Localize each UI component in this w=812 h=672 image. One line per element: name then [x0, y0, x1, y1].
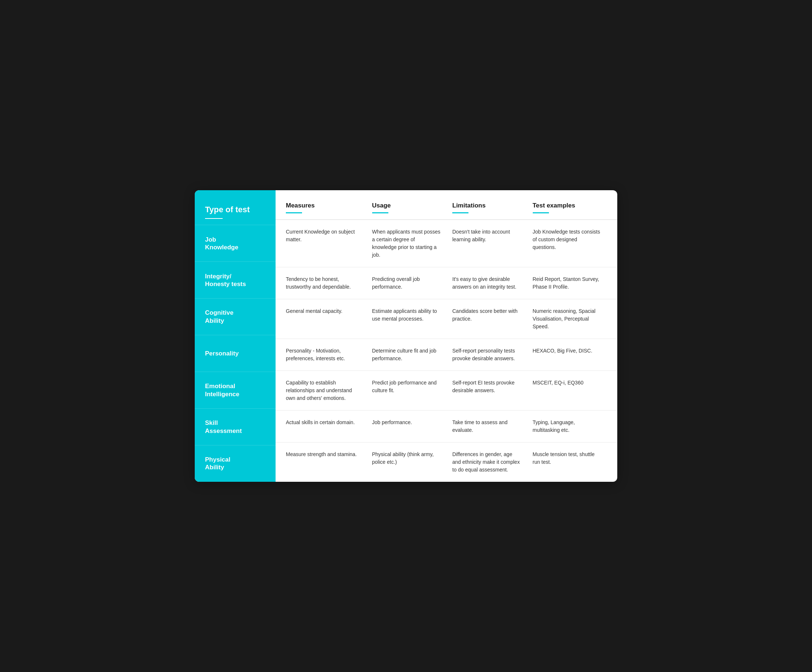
cell-1-examples: Reid Report, Stanton Survey, Phase II Pr… [527, 267, 607, 299]
header-underline-0 [286, 212, 302, 213]
cell-4-limitations: Self-report EI tests provoke desirable a… [447, 371, 527, 410]
header-cell-3: Test examples [527, 190, 607, 219]
cell-1-usage: Predicting overall job performance. [366, 267, 447, 299]
sidebar-row-label-3: Personality [205, 350, 239, 357]
header-underline-1 [372, 212, 388, 213]
header-title-0: Measures [286, 202, 360, 209]
sidebar-row-label-5: Skill Assessment [205, 419, 242, 435]
sidebar: Type of test Job KnowledgeIntegrity/ Hon… [195, 190, 276, 482]
cell-4-measures: Capability to establish relationships an… [286, 371, 366, 410]
sidebar-row-4: Emotional Intelligence [195, 372, 276, 408]
header-cell-0: Measures [286, 190, 366, 219]
cell-3-measures: Personality - Motivation, preferences, i… [286, 339, 366, 371]
header-title-3: Test examples [533, 202, 602, 209]
cell-3-limitations: Self-report personality tests provoke de… [447, 339, 527, 371]
sidebar-rows: Job KnowledgeIntegrity/ Honesty testsCog… [195, 225, 276, 482]
sidebar-row-2: Cognitive Ability [195, 298, 276, 335]
table-row-3: Personality - Motivation, preferences, i… [276, 339, 617, 371]
cell-2-examples: Numeric reasoning, Spacial Visualisation… [527, 299, 607, 339]
table-row-2: General mental capacity.Estimate applica… [276, 299, 617, 339]
cell-4-examples: MSCEIT, EQ-i, EQ360 [527, 371, 607, 410]
cell-6-usage: Physical ability (think army, police etc… [366, 442, 447, 482]
main-card: Type of test Job KnowledgeIntegrity/ Hon… [195, 190, 617, 482]
cell-5-measures: Actual skills in certain domain. [286, 410, 366, 442]
cell-6-measures: Measure strength and stamina. [286, 442, 366, 482]
cell-0-examples: Job Knowledge tests consists of custom d… [527, 220, 607, 267]
header-underline-3 [533, 212, 549, 213]
table-row-6: Measure strength and stamina.Physical ab… [276, 442, 617, 482]
sidebar-row-3: Personality [195, 335, 276, 372]
header-title-2: Limitations [452, 202, 521, 209]
sidebar-row-label-2: Cognitive Ability [205, 309, 233, 325]
sidebar-row-5: Skill Assessment [195, 408, 276, 445]
cell-1-measures: Tendency to be honest, trustworthy and d… [286, 267, 366, 299]
cell-1-limitations: It's easy to give desirable answers on a… [447, 267, 527, 299]
cell-4-usage: Predict job performance and culture fit. [366, 371, 447, 410]
cell-0-limitations: Doesn't take into account learning abili… [447, 220, 527, 267]
sidebar-header: Type of test [195, 190, 276, 225]
table-row-1: Tendency to be honest, trustworthy and d… [276, 267, 617, 299]
sidebar-title-underline [205, 218, 223, 219]
cell-5-examples: Typing, Language, multitasking etc. [527, 410, 607, 442]
header-underline-2 [452, 212, 469, 213]
cell-2-limitations: Candidates score better with practice. [447, 299, 527, 339]
sidebar-row-1: Integrity/ Honesty tests [195, 262, 276, 298]
cell-5-limitations: Take time to assess and evaluate. [447, 410, 527, 442]
cell-5-usage: Job performance. [366, 410, 447, 442]
sidebar-title: Type of test [205, 205, 265, 214]
cell-2-measures: General mental capacity. [286, 299, 366, 339]
sidebar-row-0: Job Knowledge [195, 225, 276, 262]
sidebar-row-label-1: Integrity/ Honesty tests [205, 272, 246, 288]
table-row-5: Actual skills in certain domain.Job perf… [276, 410, 617, 442]
table-body: Current Knowledge on subject matter.When… [276, 219, 617, 482]
cell-3-usage: Determine culture fit and job performanc… [366, 339, 447, 371]
table-header: MeasuresUsageLimitationsTest examples [276, 190, 617, 219]
cell-3-examples: HEXACO, Big Five, DISC. [527, 339, 607, 371]
header-title-1: Usage [372, 202, 441, 209]
header-cell-2: Limitations [447, 190, 527, 219]
table-row-0: Current Knowledge on subject matter.When… [276, 219, 617, 267]
header-cell-1: Usage [366, 190, 447, 219]
sidebar-row-label-0: Job Knowledge [205, 236, 239, 252]
sidebar-row-6: Physical Ability [195, 445, 276, 482]
cell-0-usage: When applicants must posses a certain de… [366, 220, 447, 267]
cell-6-examples: Muscle tension test, shuttle run test. [527, 442, 607, 482]
cell-6-limitations: Differences in gender, age and ethnicity… [447, 442, 527, 482]
sidebar-row-label-4: Emotional Intelligence [205, 382, 240, 398]
main-content: MeasuresUsageLimitationsTest examples Cu… [276, 190, 617, 482]
cell-2-usage: Estimate applicants ability to use menta… [366, 299, 447, 339]
cell-0-measures: Current Knowledge on subject matter. [286, 220, 366, 267]
table-row-4: Capability to establish relationships an… [276, 371, 617, 410]
sidebar-row-label-6: Physical Ability [205, 456, 230, 471]
